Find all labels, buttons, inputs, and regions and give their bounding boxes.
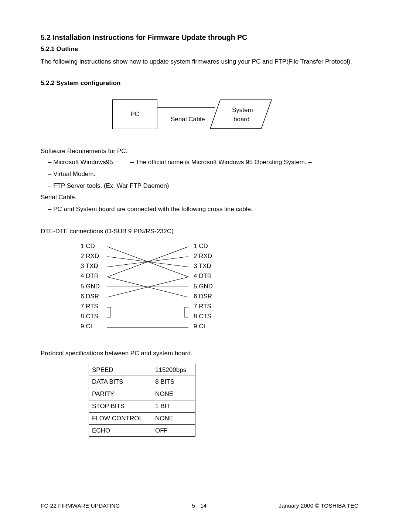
swreq-item-0: – Microsoft Windows95. – The official na… (48, 158, 358, 167)
cell-v-1: 8 BITS (152, 376, 195, 388)
table-row: SPEED115200bps (89, 364, 195, 376)
pin-left-1: 2 RXD (81, 253, 99, 260)
table-row: STOP BITS1 BIT (89, 400, 195, 412)
cell-v-3: 1 BIT (152, 400, 195, 412)
protocol-table: SPEED115200bps DATA BITS8 BITS PARITYNON… (89, 364, 195, 437)
pin-right-6: 7 RTS (194, 303, 213, 310)
pin-left-5: 6 DSR (81, 293, 99, 300)
cell-v-4: NONE (152, 412, 195, 424)
heading-outline: 5.2.1 Outline (41, 45, 358, 54)
table-row: FLOW CONTROLNONE (89, 412, 195, 424)
pin-right-3: 4 DTR (194, 272, 213, 280)
pin-left-6: 7 RTS (81, 303, 98, 310)
footer-right: January 2000 © TOSHIBA TEC (279, 502, 358, 510)
cell-k-0: SPEED (89, 364, 152, 376)
pin-left-0: 1 CD (81, 243, 95, 250)
system-label-line1: System (232, 106, 253, 115)
protocol-title: Protocol specifications between PC and s… (41, 349, 358, 358)
pin-left-2: 3 TXD (81, 262, 98, 270)
footer-left: FC-22 FIRMWARE UPDATING (41, 502, 120, 510)
cell-k-4: FLOW CONTROL (89, 412, 152, 424)
pin-left-3: 4 DTR (81, 272, 99, 280)
cell-v-0: 115200bps (152, 364, 195, 376)
pc-box: PC (112, 99, 157, 129)
serial-cable-label: Serial Cable (171, 115, 205, 124)
pin-left-column: 1 CD 2 RXD 3 TXD 4 DTR 5 GND 6 DSR 7 RTS… (81, 243, 100, 331)
serial-line (157, 107, 215, 108)
page-footer: FC-22 FIRMWARE UPDATING 5 - 14 January 2… (41, 502, 358, 510)
pin-left-4: 5 GND (81, 283, 100, 290)
system-board-box: System board (210, 99, 272, 128)
pin-left-8: 9 CI (81, 323, 92, 330)
dte-title: DTE-DTE connections (D-SUB 9 PIN/RS-232C… (41, 227, 358, 236)
pinout-lines (105, 244, 191, 337)
swreq-item-2: – FTP Server tools. (Ex. War FTP Daemon) (48, 182, 358, 190)
pin-right-7: 8 CTS (194, 313, 213, 320)
serial-cable-head: Serial Cable. (41, 193, 358, 202)
software-req-head: Software Requirements for PC. (41, 147, 358, 156)
cell-k-3: STOP BITS (89, 400, 152, 412)
cell-v-2: NONE (152, 388, 195, 400)
system-label-line2: board (233, 115, 249, 124)
pin-left-7: 8 CTS (81, 313, 98, 320)
pc-label: PC (130, 110, 139, 119)
pin-right-2: 3 TXD (194, 262, 213, 270)
pin-right-4: 5 GND (194, 283, 213, 290)
heading-sysconfig: 5.2.2 System configuration (41, 79, 358, 88)
cell-v-5: OFF (152, 424, 195, 437)
system-diagram: PC Serial Cable System board (41, 92, 358, 140)
pinout-diagram: 1 CD 2 RXD 3 TXD 4 DTR 5 GND 6 DSR 7 RTS… (41, 243, 358, 339)
cell-k-1: DATA BITS (89, 376, 152, 388)
pin-right-column: 1 CD 2 RXD 3 TXD 4 DTR 5 GND 6 DSR 7 RTS… (194, 243, 213, 331)
outline-paragraph: The following instructions show how to u… (41, 56, 358, 68)
pin-right-8: 9 CI (194, 323, 213, 330)
heading-main: 5.2 Installation Instructions for Firmwa… (41, 33, 358, 43)
table-row: DATA BITS8 BITS (89, 376, 195, 388)
serial-cable-item: – PC and System board are connected with… (48, 205, 358, 214)
cell-k-5: ECHO (89, 424, 152, 437)
cell-k-2: PARITY (89, 388, 152, 400)
pin-right-1: 2 RXD (194, 253, 213, 260)
pin-right-0: 1 CD (194, 243, 213, 250)
footer-mid: 5 - 14 (192, 502, 207, 510)
swreq-item-1: – Virtual Modem. (48, 170, 358, 179)
table-row: PARITYNONE (89, 388, 195, 400)
table-row: ECHOOFF (89, 424, 195, 437)
pin-right-5: 6 DSR (194, 293, 213, 300)
